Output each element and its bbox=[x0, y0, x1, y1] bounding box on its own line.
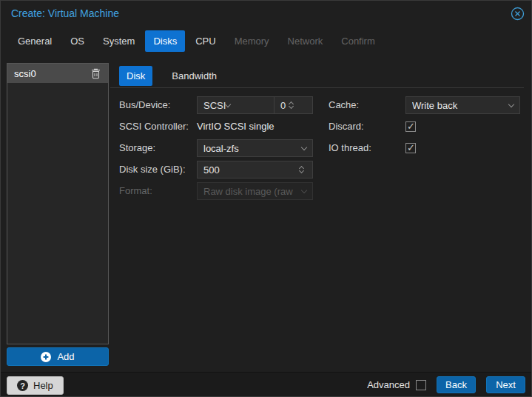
bus-combo[interactable]: SCSI bbox=[197, 96, 274, 114]
format-label: Format: bbox=[119, 182, 152, 200]
help-button[interactable]: Help bbox=[7, 376, 64, 395]
advanced-checkbox[interactable] bbox=[416, 380, 426, 390]
chevron-down-icon bbox=[508, 101, 514, 107]
tab-cpu[interactable]: CPU bbox=[187, 30, 223, 52]
cache-combo[interactable]: Write back bbox=[405, 96, 520, 114]
plus-circle-icon bbox=[41, 352, 51, 362]
io-thread-label: IO thread: bbox=[329, 139, 371, 157]
delete-disk-button[interactable] bbox=[91, 68, 101, 79]
tab-memory: Memory bbox=[226, 30, 277, 52]
storage-label: Storage: bbox=[119, 139, 155, 157]
close-button[interactable] bbox=[510, 6, 525, 21]
tab-disks[interactable]: Disks bbox=[145, 30, 185, 52]
tab-os[interactable]: OS bbox=[62, 30, 92, 52]
bus-device-label: Bus/Device: bbox=[119, 96, 170, 114]
tab-disk[interactable]: Disk bbox=[119, 66, 152, 86]
next-button[interactable]: Next bbox=[486, 376, 525, 393]
close-icon bbox=[511, 7, 525, 21]
disk-item-label: scsi0 bbox=[14, 68, 36, 79]
wizard-tab-bar: General OS System Disks CPU Memory Netwo… bbox=[10, 30, 385, 52]
cache-label: Cache: bbox=[329, 96, 359, 114]
cache-combo-value: Write back bbox=[412, 100, 509, 111]
scsi-controller-label: SCSI Controller: bbox=[119, 118, 189, 136]
create-vm-dialog: Create: Virtual Machine General OS Syste… bbox=[0, 0, 532, 397]
disk-list: scsi0 bbox=[7, 63, 109, 344]
disk-size-spinner[interactable]: 500 bbox=[197, 161, 313, 179]
spinner-buttons[interactable] bbox=[296, 167, 306, 173]
disk-size-label: Disk size (GiB): bbox=[119, 161, 186, 179]
format-combo-value: Raw disk image (raw bbox=[203, 186, 302, 197]
io-thread-checkbox[interactable] bbox=[405, 143, 416, 153]
bus-device-group: SCSI 0 bbox=[197, 96, 313, 114]
advanced-label: Advanced bbox=[367, 379, 410, 390]
disk-size-value: 500 bbox=[203, 164, 296, 176]
tab-general[interactable]: General bbox=[10, 30, 60, 52]
chevron-down-icon bbox=[301, 187, 307, 193]
tab-confirm: Confirm bbox=[333, 30, 383, 52]
device-number-spinner[interactable]: 0 bbox=[274, 96, 313, 114]
storage-combo-value: local-zfs bbox=[203, 143, 302, 154]
tab-system[interactable]: System bbox=[95, 30, 143, 52]
add-disk-button[interactable]: Add bbox=[7, 347, 109, 366]
storage-combo[interactable]: local-zfs bbox=[197, 139, 313, 157]
footer-bar: Help Advanced Back Next bbox=[1, 372, 531, 396]
tab-network: Network bbox=[280, 30, 331, 52]
chevron-down-icon bbox=[298, 168, 303, 173]
panel-separator bbox=[110, 87, 524, 88]
discard-checkbox[interactable] bbox=[405, 121, 416, 132]
question-circle-icon bbox=[17, 380, 28, 391]
disk-panel-tab-bar: Disk Bandwidth bbox=[119, 66, 224, 86]
bus-combo-value: SCSI bbox=[203, 100, 226, 111]
tab-bandwidth[interactable]: Bandwidth bbox=[164, 66, 224, 86]
footer-actions: Advanced Back Next bbox=[367, 376, 525, 393]
spinner-buttons[interactable] bbox=[286, 102, 296, 108]
help-button-label: Help bbox=[33, 380, 53, 391]
back-button[interactable]: Back bbox=[437, 376, 476, 393]
discard-label: Discard: bbox=[329, 118, 364, 136]
format-combo: Raw disk image (raw bbox=[197, 182, 313, 200]
device-number-value: 0 bbox=[280, 100, 286, 111]
dialog-title: Create: Virtual Machine bbox=[11, 7, 119, 19]
scsi-controller-value: VirtIO SCSI single bbox=[197, 118, 275, 136]
chevron-down-icon bbox=[225, 101, 231, 107]
add-button-label: Add bbox=[57, 351, 74, 362]
trash-icon bbox=[91, 68, 101, 79]
disk-list-item-scsi0[interactable]: scsi0 bbox=[7, 64, 108, 83]
chevron-down-icon bbox=[301, 144, 307, 150]
